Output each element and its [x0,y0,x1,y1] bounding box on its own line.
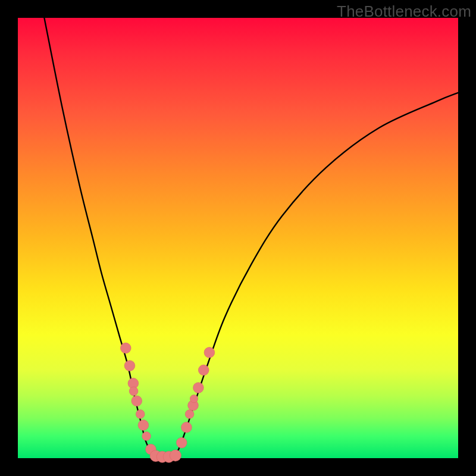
watermark-text: TheBottleneck.com [337,2,471,21]
plot-area [18,18,458,458]
data-dot [190,394,198,402]
data-dots [120,343,214,462]
data-dot [204,347,215,358]
curve-right [172,93,458,458]
data-dot [176,437,187,448]
data-dot [124,361,135,371]
data-dot [131,396,142,406]
data-dot [120,343,131,353]
data-dot [170,450,181,461]
data-dot [129,387,138,396]
curve-left [44,18,158,458]
data-dot [181,422,192,433]
data-dot [136,410,145,419]
data-dot [185,410,194,419]
curve-layer [18,18,458,458]
data-dot [138,420,149,431]
data-dot [198,365,209,375]
data-dot [193,383,204,393]
data-dot [142,432,151,441]
outer-frame: TheBottleneck.com [0,0,476,476]
